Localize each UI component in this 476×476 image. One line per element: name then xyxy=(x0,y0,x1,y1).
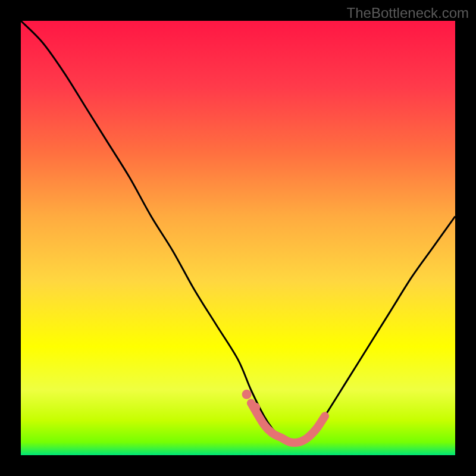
curve-layer xyxy=(21,21,455,455)
highlight-segment xyxy=(251,403,325,443)
highlight-dot xyxy=(242,390,252,399)
highlight-dot xyxy=(250,403,260,412)
bottleneck-curve xyxy=(21,21,455,443)
watermark-text: TheBottleneck.com xyxy=(347,5,469,21)
chart-plot-area xyxy=(21,21,455,455)
